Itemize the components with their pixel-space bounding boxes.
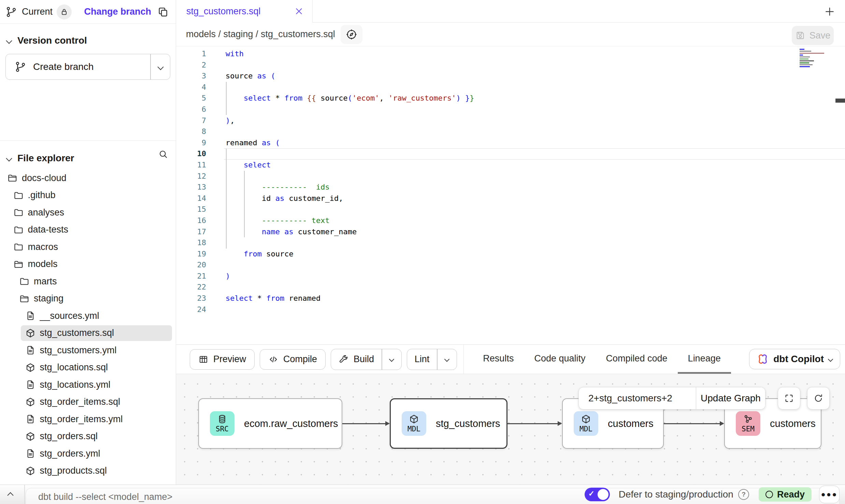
version-control-header[interactable]: Version control [0, 32, 176, 49]
code-line-10[interactable]: 10 [176, 148, 845, 160]
code-text [212, 60, 226, 71]
preview-button[interactable]: Preview [190, 349, 255, 370]
lint-dropdown[interactable] [438, 349, 457, 370]
cube-icon [25, 431, 35, 442]
code-line-4[interactable]: 4 [176, 82, 845, 93]
code-line-13[interactable]: 13 ---------- ids [176, 182, 845, 193]
code-line-18[interactable]: 18 [176, 237, 845, 249]
code-line-11[interactable]: 11 select [176, 160, 845, 171]
save-button[interactable]: Save [792, 26, 834, 45]
chevron-down-icon [157, 64, 163, 70]
file-explorer-header[interactable]: File explorer [0, 141, 176, 169]
compile-button[interactable]: Compile [260, 349, 326, 370]
copy-icon[interactable] [157, 6, 169, 18]
defer-toggle[interactable]: ✓ [585, 488, 610, 501]
line-number: 3 [176, 71, 212, 82]
file-item-stg_products.sql[interactable]: stg_products.sql [0, 462, 176, 480]
code-line-8[interactable]: 8 [176, 126, 845, 137]
code-line-9[interactable]: 9renamed as ( [176, 137, 845, 149]
search-icon[interactable] [158, 149, 168, 159]
editor-scrollbar[interactable] [835, 99, 845, 103]
explore-button[interactable] [341, 25, 362, 44]
line-number: 18 [176, 237, 212, 249]
file-item-label: __sources.yml [40, 311, 99, 321]
dbt-copilot-button[interactable]: dbt Copilot [749, 349, 840, 369]
code-line-15[interactable]: 15 [176, 204, 845, 215]
file-item-stg_order_items.sql[interactable]: stg_order_items.sql [0, 394, 176, 411]
fullscreen-button[interactable] [778, 387, 800, 410]
code-line-16[interactable]: 16 ---------- text [176, 215, 845, 226]
file-item-label: stg_customers.yml [40, 345, 117, 356]
file-item-label: stg_locations.sql [40, 362, 108, 373]
node-type-label: SRC [216, 425, 229, 433]
code-line-22[interactable]: 22 [176, 282, 845, 293]
file-item-models[interactable]: models [0, 256, 176, 273]
create-branch-button[interactable]: Create branch [6, 54, 150, 79]
code-text: select * from renamed [212, 293, 320, 304]
divider [463, 345, 464, 374]
close-icon[interactable] [294, 6, 304, 16]
file-item-__sources.yml[interactable]: __sources.yml [0, 307, 176, 325]
code-area[interactable]: 1with23source as (45 select * from {{ so… [176, 46, 845, 315]
code-text [212, 126, 226, 137]
file-item-macros[interactable]: macros [0, 238, 176, 256]
file-item-staging[interactable]: staging [0, 290, 176, 308]
create-branch-dropdown[interactable] [151, 54, 170, 79]
lineage-selector-input[interactable]: 2+stg_customers+2 [579, 387, 696, 409]
code-line-1[interactable]: 1with [176, 48, 845, 60]
version-control-title: Version control [17, 35, 87, 46]
code-line-14[interactable]: 14 id as customer_id, [176, 193, 845, 204]
code-line-2[interactable]: 2 [176, 60, 845, 71]
tab-results[interactable]: Results [473, 345, 524, 374]
code-text: from source [212, 249, 293, 260]
collapse-command-bar-button[interactable] [7, 492, 13, 498]
code-line-19[interactable]: 19 from source [176, 249, 845, 260]
update-graph-button[interactable]: Update Graph [696, 387, 765, 409]
code-line-24[interactable]: 24 [176, 304, 845, 315]
file-item-label: stg_locations.yml [40, 380, 111, 390]
code-line-23[interactable]: 23select * from renamed [176, 293, 845, 304]
file-item-stg_locations.sql[interactable]: stg_locations.sql [0, 359, 176, 376]
file-icon [25, 345, 35, 355]
file-item-data-tests[interactable]: data-tests [0, 221, 176, 239]
code-line-5[interactable]: 5 select * from {{ source('ecom', 'raw_c… [176, 93, 845, 104]
lineage-canvas[interactable]: SRCecom.raw_customersMDLstg_customersMDL… [176, 374, 845, 485]
code-line-17[interactable]: 17 name as customer_name [176, 226, 845, 238]
lint-button[interactable]: Lint [407, 349, 437, 370]
file-item-marts[interactable]: marts [0, 273, 176, 290]
change-branch-link[interactable]: Change branch [84, 6, 151, 17]
lineage-node-stg_customers[interactable]: MDLstg_customers [390, 398, 507, 449]
code-line-21[interactable]: 21) [176, 271, 845, 282]
file-icon [25, 448, 35, 459]
file-item-analyses[interactable]: analyses [0, 204, 176, 221]
new-tab-button[interactable] [824, 6, 835, 17]
file-item-.github[interactable]: .github [0, 187, 176, 204]
code-line-12[interactable]: 12 [176, 171, 845, 182]
build-dropdown[interactable] [382, 349, 401, 370]
line-number: 17 [176, 226, 212, 238]
file-item-docs-cloud[interactable]: docs-cloud [0, 169, 176, 187]
code-line-20[interactable]: 20 [176, 260, 845, 271]
file-item-stg_customers.yml[interactable]: stg_customers.yml [0, 342, 176, 359]
refresh-button[interactable] [807, 387, 830, 410]
lineage-node-ecom.raw_customers[interactable]: SRCecom.raw_customers [198, 398, 342, 449]
file-item-stg_locations.yml[interactable]: stg_locations.yml [0, 376, 176, 394]
more-options-button[interactable]: ●●● [819, 486, 840, 503]
tab-code-quality[interactable]: Code quality [524, 345, 596, 374]
tab-compiled-code[interactable]: Compiled code [596, 345, 678, 374]
build-button[interactable]: Build [331, 349, 382, 370]
code-line-7[interactable]: 7), [176, 115, 845, 127]
editor-tab-stg-customers[interactable]: stg_customers.sql [176, 0, 313, 23]
code-line-3[interactable]: 3source as ( [176, 71, 845, 82]
help-icon[interactable]: ? [738, 489, 749, 500]
tab-lineage[interactable]: Lineage [678, 345, 731, 374]
file-item-stg_order_items.yml[interactable]: stg_order_items.yml [0, 411, 176, 428]
indent-guide [244, 171, 245, 237]
code-editor[interactable]: 1with23source as (45 select * from {{ so… [176, 46, 845, 344]
file-item-stg_orders.sql[interactable]: stg_orders.sql [0, 428, 176, 445]
code-text: ), [212, 115, 235, 127]
file-item-stg_customers.sql[interactable]: stg_customers.sql [0, 325, 176, 342]
save-icon [795, 30, 805, 41]
code-line-6[interactable]: 6 [176, 104, 845, 115]
file-item-stg_orders.yml[interactable]: stg_orders.yml [0, 445, 176, 462]
